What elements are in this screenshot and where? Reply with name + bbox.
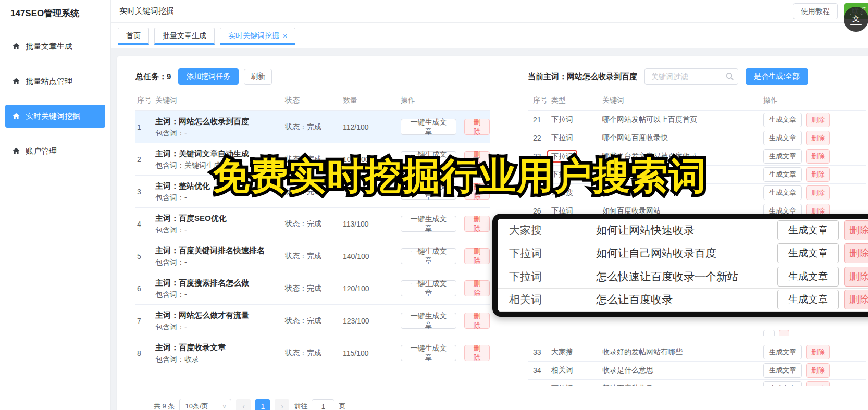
tab[interactable]: 首页 [118, 28, 149, 45]
sidebar-item[interactable]: 账户管理∨ [5, 140, 105, 163]
total-tasks-count: 9 [167, 72, 171, 81]
delete-keyword-button[interactable]: 删除 [844, 267, 868, 287]
task-keyword-cell: 主词：网站怎么收录到百度 包含词：- [155, 111, 285, 143]
keyword-row: 34 相关词 收录是什么意思 生成文章 删除 [528, 362, 866, 380]
delete-task-button[interactable]: 删除 [464, 119, 490, 135]
task-status: 状态：完成 [285, 316, 343, 326]
generate-article-button[interactable]: 生成文章 [763, 381, 802, 386]
generate-article-button[interactable]: 生成文章 [763, 131, 802, 145]
next-page-button[interactable]: › [275, 399, 289, 410]
goto-page-input[interactable] [312, 399, 334, 410]
generate-article-button[interactable]: 一键生成文章 [401, 119, 456, 135]
task-qty: 115/100 [343, 349, 401, 357]
sidebar-item[interactable]: 批量站点管理∨ [5, 70, 105, 93]
sidebar-item[interactable]: 批量文章生成∨ [5, 35, 105, 58]
prev-page-button[interactable]: ‹ [236, 399, 251, 410]
generate-article-button[interactable]: 生成文章 [777, 290, 839, 309]
generate-article-button[interactable]: 生成文章 [763, 185, 802, 200]
delete-keyword-button[interactable] [779, 330, 789, 336]
col-ops: 操作 [763, 96, 866, 105]
task-row[interactable]: 6 主词：百度搜索排名怎么做 包含词：- 状态：完成 120/100 一键生成文… [135, 272, 490, 305]
delete-keyword-button[interactable]: 删除 [806, 381, 830, 386]
delete-keyword-button[interactable]: 删除 [806, 113, 830, 127]
delete-keyword-button[interactable]: 删除 [806, 167, 830, 182]
task-qty: 123/100 [343, 317, 401, 325]
task-no: 7 [135, 317, 155, 325]
tasks-page-size-select[interactable]: 10条/页∨ [179, 399, 231, 410]
zoom-box-row: 大家搜 如何让网站快速收录 生成文章 删除 [498, 219, 868, 242]
generate-article-button[interactable]: 一键生成文章 [401, 248, 456, 264]
delete-keyword-button[interactable]: 删除 [806, 149, 830, 164]
kw-type-text: 下拉词 [551, 115, 573, 123]
delete-keyword-button[interactable]: 删除 [844, 220, 868, 240]
clipped-row [528, 328, 866, 336]
generate-article-button[interactable]: 生成文章 [763, 113, 802, 127]
generate-article-button[interactable]: 生成文章 [763, 345, 802, 359]
generate-all-button[interactable]: 是否生成:全部 [746, 68, 808, 85]
generate-article-button[interactable]: 一键生成文章 [401, 345, 456, 361]
delete-keyword-button[interactable]: 删除 [806, 363, 830, 378]
page-number-button[interactable]: 1 [255, 399, 270, 410]
task-row[interactable]: 7 主词：网站怎么做才有流量 包含词：- 状态：完成 123/100 一键生成文… [135, 305, 490, 337]
home-icon [12, 147, 20, 155]
task-no: 2 [135, 155, 155, 164]
keywords-rows-bottom: 33 大家搜 收录好的发帖网站有哪些 生成文章 删除 34 相关词 收录是什么意… [528, 343, 866, 386]
refresh-button[interactable]: 刷新 [244, 69, 272, 85]
kw-ops: 生成文章 删除 [763, 131, 866, 145]
home-icon [12, 77, 20, 85]
task-main-word: 主词：网站怎么做才有流量 [155, 309, 268, 321]
delete-task-button[interactable]: 删除 [464, 313, 490, 329]
delete-keyword-button[interactable]: 删除 [806, 185, 830, 200]
kw-no: 35 [528, 384, 551, 386]
generate-article-button[interactable]: 一键生成文章 [401, 216, 456, 232]
delete-keyword-button[interactable]: 删除 [844, 290, 868, 309]
tabbar: 首页批量文章生成实时关键词挖掘× [111, 23, 868, 48]
tasks-section: 总任务：9 添加挖词任务 刷新 序号 关键词 状态 数量 操作 1 主词：网站怎… [135, 68, 490, 369]
generate-article-button[interactable]: 一键生成文章 [401, 313, 456, 329]
task-row[interactable]: 5 主词：百度关键词排名快速排名 包含词：- 状态：完成 140/100 一键生… [135, 240, 490, 272]
sidebar-item[interactable]: 实时关键词挖掘∨ [5, 105, 105, 128]
generate-article-button[interactable]: 生成文章 [763, 363, 802, 378]
zoom-box-row: 下拉词 如何让自己网站收录百度 生成文章 删除 [498, 242, 868, 266]
generate-article-button[interactable]: 生成文章 [777, 243, 839, 263]
kw-type-text: 大家搜 [551, 347, 573, 356]
tab[interactable]: 实时关键词挖掘× [220, 28, 295, 45]
kw-no: 22 [528, 134, 551, 142]
delete-keyword-button[interactable]: 删除 [806, 345, 830, 359]
col-keyword: 关键词 [155, 96, 285, 105]
keyword-row: 33 大家搜 收录好的发帖网站有哪些 生成文章 删除 [528, 343, 866, 362]
generate-article-button[interactable]: 生成文章 [763, 167, 802, 182]
generate-article-button[interactable]: 一键生成文章 [401, 280, 456, 296]
tab-close-icon[interactable]: × [283, 32, 287, 40]
float-translate-badge[interactable]: 文 [844, 7, 868, 32]
task-row[interactable]: 1 主词：网站怎么收录到百度 包含词：- 状态：完成 112/100 一键生成文… [135, 111, 490, 143]
delete-task-button[interactable]: 删除 [464, 216, 490, 232]
task-row[interactable]: 8 主词：百度收录文章 包含词：收录 状态：完成 115/100 一键生成文章 … [135, 337, 490, 369]
delete-keyword-button[interactable]: 删除 [844, 243, 868, 263]
tab[interactable]: 批量文章生成 [154, 28, 215, 45]
generate-article-button[interactable]: 生成文章 [763, 149, 802, 164]
delete-task-button[interactable]: 删除 [464, 280, 490, 296]
task-qty: 120/100 [343, 284, 401, 293]
promo-banner: 免费实时挖掘行业用户搜索词 [213, 152, 707, 201]
tutorial-button[interactable]: 使用教程 [793, 3, 838, 19]
task-row[interactable]: 4 主词：百度SEO优化 包含词：- 状态：完成 113/100 一键生成文章 … [135, 208, 490, 240]
delete-task-button[interactable]: 删除 [464, 248, 490, 264]
tab-label: 首页 [126, 31, 141, 41]
col-ops: 操作 [401, 96, 490, 105]
generate-article-button[interactable]: 生成文章 [777, 220, 839, 240]
zoom-kw-type: 下拉词 [509, 246, 596, 260]
keyword-filter-input[interactable] [644, 68, 738, 85]
topbar: 实时关键词挖掘 使用教程 联系 [111, 0, 868, 23]
chevron-down-icon: ∨ [222, 403, 226, 410]
kw-text: 哪个网站发帖可以上百度首页 [602, 115, 763, 125]
task-include-word: 包含词：- [155, 258, 268, 267]
kw-type: 下拉词 [551, 384, 602, 386]
add-task-button[interactable]: 添加挖词任务 [178, 68, 239, 85]
kw-type: 相关词 [551, 366, 602, 375]
generate-article-button[interactable] [763, 330, 775, 336]
delete-task-button[interactable]: 删除 [464, 345, 490, 361]
delete-keyword-button[interactable]: 删除 [806, 131, 830, 145]
generate-article-button[interactable]: 生成文章 [777, 267, 839, 287]
zoom-kw-text: 如何让自己网站收录百度 [596, 246, 777, 260]
